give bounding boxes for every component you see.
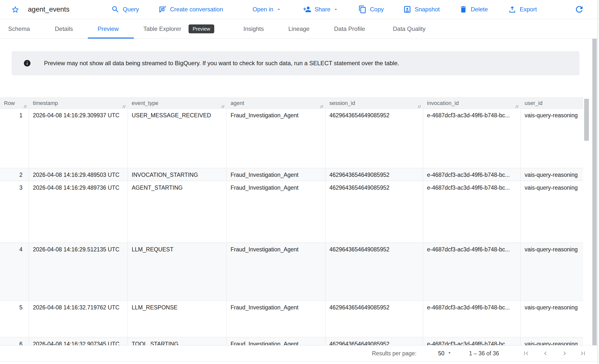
create-conversation-button[interactable]: Create conversation — [158, 0, 223, 19]
cell-timestamp: 2026-04-08 14:16:29.489736 UTC — [29, 181, 128, 243]
table-header-row: Row timestamp event_type agent session_i… — [0, 98, 583, 109]
cell-invocation-id: e-4687dcf3-ac3d-49f6-b748-bc... — [423, 337, 521, 345]
create-conversation-icon — [158, 5, 167, 14]
cell-user-id: vais-query-reasoning — [521, 243, 583, 301]
column-resize-grip-icon[interactable] — [122, 104, 126, 108]
tab-bar: Schema Details Preview Table Explorer Pr… — [0, 19, 599, 39]
bigquery-table-preview-page: { "header": { "title": "agent_events", "… — [0, 0, 599, 364]
tab-insights[interactable]: Insights — [243, 19, 264, 39]
page-right-divider — [598, 0, 598, 364]
tab-table-explorer[interactable]: Table Explorer Preview — [143, 19, 214, 39]
cell-session-id: 4629643654649085952 — [325, 243, 423, 301]
column-header-invocation_id: invocation_id — [423, 98, 521, 108]
cell-timestamp: 2026-04-08 14:16:32.719762 UTC — [29, 301, 128, 337]
cell-session-id: 4629643654649085952 — [325, 301, 423, 337]
star-icon[interactable] — [11, 5, 20, 14]
column-header-agent: agent — [227, 98, 325, 108]
cell-row-number: 3 — [0, 181, 29, 243]
preview-table: Row timestamp event_type agent session_i… — [0, 98, 583, 345]
chevron-down-icon — [333, 7, 339, 12]
cell-user-id: vais-query-reasoning — [521, 168, 583, 181]
copy-icon — [358, 5, 367, 14]
info-icon — [23, 59, 31, 67]
export-button[interactable]: Export — [508, 0, 537, 19]
preview-info-banner: Preview may not show all data being stre… — [12, 51, 579, 75]
cell-user-id: vais-query-reasoning — [521, 181, 583, 243]
header-toolbar: agent_events Query Create conversation O… — [0, 0, 599, 19]
table-row: 1 2026-04-08 14:16:29.309937 UTC USER_ME… — [0, 109, 583, 168]
column-header-timestamp: timestamp — [29, 98, 128, 108]
chevron-down-icon — [276, 7, 281, 12]
column-resize-grip-icon[interactable] — [320, 104, 324, 108]
tab-data-profile[interactable]: Data Profile — [334, 19, 365, 39]
results-range-label: 1 – 36 of 36 — [469, 345, 499, 361]
table-row: 4 2026-04-08 14:16:29.512135 UTC LLM_REQ… — [0, 243, 583, 301]
tab-lineage[interactable]: Lineage — [288, 19, 309, 39]
tab-data-quality[interactable]: Data Quality — [393, 19, 426, 39]
table-row: 2 2026-04-08 14:16:29.489503 UTC INVOCAT… — [0, 168, 583, 181]
pagination-footer: Results per page: 50 1 – 36 of 36 — [0, 345, 598, 362]
column-header-user_id: user_id — [521, 98, 583, 108]
cell-agent: Fraud_Investigation_Agent — [227, 301, 325, 337]
column-header-session_id: session_id — [325, 98, 423, 108]
cell-agent: Fraud_Investigation_Agent — [227, 168, 325, 181]
cell-user-id: vais-query-reasoning — [521, 301, 583, 337]
column-resize-grip-icon[interactable] — [417, 104, 422, 108]
next-page-button[interactable] — [561, 350, 568, 357]
refresh-icon[interactable] — [574, 4, 584, 14]
cell-event-type: LLM_REQUEST — [128, 243, 227, 301]
copy-button[interactable]: Copy — [358, 0, 384, 19]
snapshot-icon — [403, 5, 411, 14]
table-row: 5 2026-04-08 14:16:32.719762 UTC LLM_RES… — [0, 301, 583, 337]
cell-row-number: 4 — [0, 243, 29, 301]
first-page-button[interactable] — [522, 350, 530, 357]
page-size-dropdown[interactable]: 50 — [438, 345, 452, 361]
column-header-event_type: event_type — [128, 98, 227, 108]
search-icon — [111, 5, 120, 14]
cell-invocation-id: e-4687dcf3-ac3d-49f6-b748-bc... — [423, 109, 521, 168]
page-size-value: 50 — [438, 350, 445, 357]
active-tab-underline — [88, 38, 134, 39]
cell-invocation-id: e-4687dcf3-ac3d-49f6-b748-bc... — [423, 168, 521, 181]
cell-invocation-id: e-4687dcf3-ac3d-49f6-b748-bc... — [423, 181, 521, 243]
previous-page-button[interactable] — [542, 350, 549, 357]
cell-session-id: 4629643654649085952 — [325, 168, 423, 181]
cell-timestamp: 2026-04-08 14:16:32.907345 UTC — [29, 337, 128, 345]
column-resize-grip-icon[interactable] — [23, 104, 27, 108]
cell-agent: Fraud_Investigation_Agent — [227, 337, 325, 345]
query-button[interactable]: Query — [111, 0, 139, 19]
delete-button[interactable]: Delete — [459, 0, 488, 19]
cell-timestamp: 2026-04-08 14:16:29.489503 UTC — [29, 168, 128, 181]
cell-user-id: vais-query-reasoning — [521, 337, 583, 345]
upload-icon — [508, 5, 516, 14]
preview-badge: Preview — [189, 24, 214, 33]
table-row: 6 2026-04-08 14:16:32.907345 UTC TOOL_ST… — [0, 337, 583, 345]
banner-text: Preview may not show all data being stre… — [44, 60, 399, 67]
share-button[interactable]: Share — [303, 0, 339, 19]
cell-session-id: 4629643654649085952 — [325, 181, 423, 243]
trash-icon — [459, 5, 468, 14]
cell-invocation-id: e-4687dcf3-ac3d-49f6-b748-bc... — [423, 301, 521, 337]
cell-row-number: 2 — [0, 168, 29, 181]
snapshot-button[interactable]: Snapshot — [403, 0, 440, 19]
open-in-button[interactable]: Open in — [253, 0, 281, 19]
cell-timestamp: 2026-04-08 14:16:29.309937 UTC — [29, 109, 128, 168]
tab-details[interactable]: Details — [55, 19, 73, 39]
tab-schema[interactable]: Schema — [8, 19, 30, 39]
table-vertical-scrollbar[interactable] — [584, 99, 589, 141]
column-resize-grip-icon[interactable] — [221, 104, 225, 108]
cell-invocation-id: e-4687dcf3-ac3d-49f6-b748-bc... — [423, 243, 521, 301]
cell-agent: Fraud_Investigation_Agent — [227, 181, 325, 243]
cell-event-type: INVOCATION_STARTING — [128, 168, 227, 181]
column-resize-grip-icon[interactable] — [515, 104, 519, 108]
dropdown-arrow-icon — [447, 350, 452, 357]
cell-row-number: 1 — [0, 109, 29, 168]
page-vertical-scrollbar[interactable] — [592, 39, 597, 361]
tab-preview[interactable]: Preview — [98, 19, 119, 39]
cell-row-number: 6 — [0, 337, 29, 345]
last-page-button[interactable] — [579, 350, 587, 357]
person-add-icon — [303, 5, 311, 14]
cell-event-type: USER_MESSAGE_RECEIVED — [128, 109, 227, 168]
cell-agent: Fraud_Investigation_Agent — [227, 243, 325, 301]
table-row: 3 2026-04-08 14:16:29.489736 UTC AGENT_S… — [0, 181, 583, 243]
